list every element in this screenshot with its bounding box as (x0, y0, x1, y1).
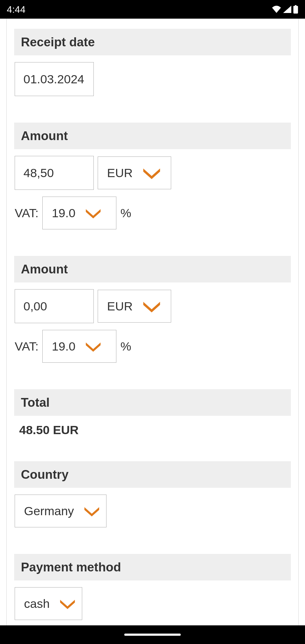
receipt-date-row: 01.03.2024 (14, 62, 291, 96)
receipt-date-input[interactable]: 01.03.2024 (15, 62, 94, 96)
amount2-vat-dropdown[interactable]: 19.0 (42, 330, 116, 363)
country-row: Germany (14, 495, 291, 527)
amount2-value-row: 0,00 EUR (14, 289, 291, 323)
section-header-payment: Payment method (14, 554, 291, 580)
percent-label-1: % (120, 206, 131, 220)
svg-rect-1 (295, 5, 296, 6)
amount1-currency-value: EUR (107, 166, 133, 180)
country-dropdown[interactable]: Germany (15, 495, 106, 527)
chevron-down-icon (59, 598, 76, 609)
status-bar: 4:44 (0, 0, 305, 19)
status-icons (272, 5, 298, 14)
svg-rect-0 (293, 6, 298, 14)
battery-icon (293, 5, 298, 14)
chevron-down-icon (85, 341, 101, 352)
section-header-amount-1: Amount (14, 123, 291, 149)
section-header-receipt-date: Receipt date (14, 29, 291, 55)
amount2-currency-value: EUR (107, 299, 133, 313)
vat-label-1: VAT: (15, 206, 38, 220)
section-header-amount-2: Amount (14, 256, 291, 282)
home-indicator[interactable] (124, 634, 181, 636)
signal-icon (283, 6, 291, 13)
vat-label-2: VAT: (15, 340, 38, 353)
section-header-total: Total (14, 389, 291, 416)
payment-method-dropdown[interactable]: cash (15, 587, 82, 620)
status-time: 4:44 (7, 4, 25, 15)
chevron-down-icon (142, 300, 161, 313)
navigation-bar (0, 625, 305, 644)
amount1-value: 48,50 (23, 166, 54, 180)
amount1-value-row: 48,50 EUR (14, 156, 291, 190)
country-value: Germany (24, 504, 74, 518)
chevron-down-icon (84, 505, 100, 517)
amount1-vat-row: VAT: 19.0 % (14, 197, 291, 229)
payment-method-value: cash (24, 597, 50, 611)
form-card: Receipt date 01.03.2024 Amount 48,50 EUR… (6, 19, 299, 625)
amount2-vat-value: 19.0 (52, 340, 75, 353)
percent-label-2: % (120, 340, 131, 353)
amount2-value: 0,00 (23, 299, 47, 313)
amount2-input[interactable]: 0,00 (15, 289, 94, 323)
total-value: 48.50 EUR (14, 416, 291, 440)
amount2-vat-row: VAT: 19.0 % (14, 330, 291, 363)
amount2-currency-dropdown[interactable]: EUR (98, 290, 171, 323)
chevron-down-icon (85, 207, 101, 219)
receipt-date-value: 01.03.2024 (23, 72, 84, 86)
amount1-vat-value: 19.0 (52, 206, 75, 220)
section-header-country: Country (14, 461, 291, 488)
amount1-currency-dropdown[interactable]: EUR (98, 156, 171, 189)
content-area: Receipt date 01.03.2024 Amount 48,50 EUR… (0, 19, 305, 625)
amount1-input[interactable]: 48,50 (15, 156, 94, 190)
payment-row: cash (14, 587, 291, 620)
amount1-vat-dropdown[interactable]: 19.0 (42, 197, 116, 229)
chevron-down-icon (142, 166, 161, 179)
wifi-icon (272, 6, 281, 13)
